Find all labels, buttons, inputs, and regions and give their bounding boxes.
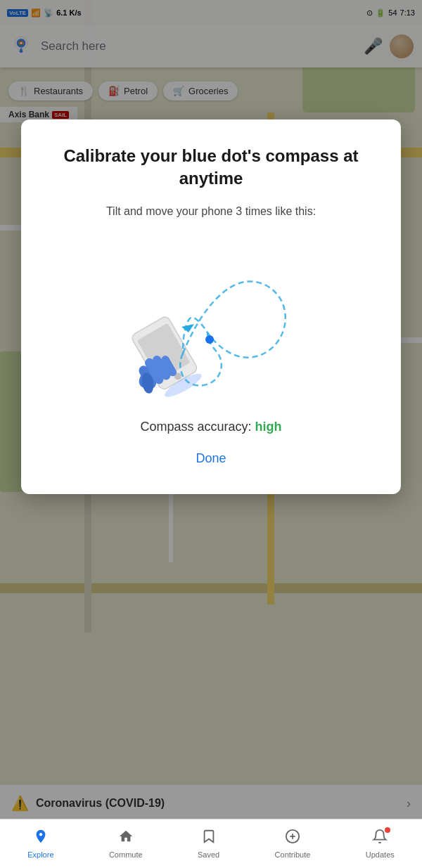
calibration-illustration [42,227,380,410]
saved-label: Saved [198,850,219,859]
commute-label: Commute [109,850,143,859]
done-button[interactable]: Done [42,444,380,473]
nav-explore[interactable]: Explore [20,824,60,863]
bottom-nav: Explore Commute Saved Contribute Updates [0,819,422,868]
accuracy-label: Compass accuracy: [140,420,255,434]
modal-overlay: Calibrate your blue dot's compass at any… [0,0,422,868]
calibration-modal: Calibrate your blue dot's compass at any… [21,119,401,494]
contribute-label: Contribute [275,850,311,859]
nav-contribute[interactable]: Contribute [268,824,318,863]
explore-label: Explore [27,850,53,859]
compass-accuracy-line: Compass accuracy: high [42,420,380,434]
saved-icon [201,829,217,848]
updates-icon [372,829,388,848]
contribute-icon [285,829,300,848]
explore-icon [33,829,49,848]
nav-commute[interactable]: Commute [102,824,150,863]
updates-label: Updates [366,850,395,859]
modal-subtitle: Tilt and move your phone 3 times like th… [42,203,380,220]
svg-marker-16 [181,324,194,332]
nav-updates[interactable]: Updates [359,824,402,863]
svg-point-17 [205,335,214,344]
nav-saved[interactable]: Saved [191,824,226,863]
modal-title: Calibrate your blue dot's compass at any… [42,145,380,190]
accuracy-value: high [255,420,282,434]
commute-icon [118,829,134,848]
